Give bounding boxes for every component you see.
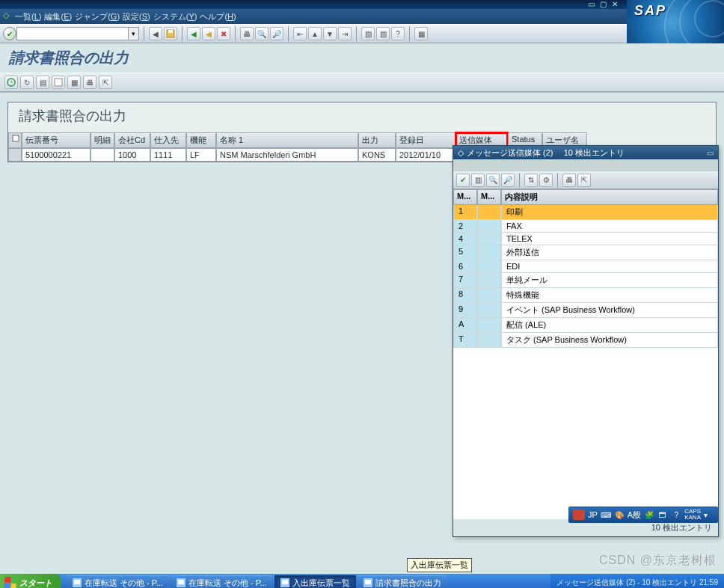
save-button[interactable] [164,27,177,40]
find-next-button[interactable]: 🔎 [270,27,283,40]
popup-row[interactable]: 9イベント (SAP Business Workflow) [453,303,718,318]
col-vendor[interactable]: 仕入先 [150,132,186,148]
system-tray[interactable]: メッセージ送信媒体 (2) - 10 検出エントリ 21:59 [550,574,724,588]
display-button[interactable]: ▤ [36,76,49,89]
print-app-button[interactable]: 🖶 [83,76,96,89]
popup-row[interactable]: Tタスク (SAP Business Workflow) [453,333,718,348]
shortcut-button[interactable]: ▨ [376,27,390,40]
window-controls[interactable]: ▭ ▢ ✕ [588,0,619,8]
cell-func[interactable]: LF [186,148,216,162]
popup-row[interactable]: 5外部送信 [453,245,718,260]
taskbar-task[interactable]: 入出庫伝票一覧 [274,575,356,588]
detail-button[interactable]: ▦ [67,76,81,89]
menu-system[interactable]: システム(Y) [153,11,197,22]
cell-output[interactable]: KONS [358,148,396,162]
col-detail[interactable]: 明細 [90,132,114,148]
popup-row[interactable]: 6EDI [453,260,718,273]
popup-col-key[interactable]: M... [453,189,477,205]
popup-titlebar[interactable]: ◇メッセージ送信媒体 (2) 10 検出エントリ ▭ [453,146,718,159]
value-help-popup[interactable]: ◇メッセージ送信媒体 (2) 10 検出エントリ ▭ ✔ ▥ 🔍 🔎 ⇅ ⚙ 🖶… [452,145,719,537]
col-company[interactable]: 会社Cd [114,132,150,148]
popup-tech-button[interactable]: ⚙ [539,174,553,187]
taskbar-task[interactable]: 在庫転送 その他 - P... [171,575,273,588]
popup-row[interactable]: A配信 (ALE) [453,318,718,333]
prev-page-button[interactable]: ▲ [308,27,322,40]
popup-print-button[interactable]: 🖶 [562,174,576,187]
popup-row[interactable]: 8特殊機能 [453,288,718,303]
print-button[interactable]: 🖶 [240,27,254,40]
popup-sort-button[interactable]: ⇅ [524,174,538,187]
nav-exit-button[interactable]: ◀ [202,27,215,40]
menu-help[interactable]: ヘルプ(H) [200,11,236,22]
cell-vendor[interactable]: 1111 [150,148,186,162]
popup-cell-m [477,318,501,333]
popup-restrict-button[interactable]: ▥ [471,174,485,187]
row-select[interactable] [8,148,22,162]
popup-cell-m [477,220,501,233]
taskbar-task[interactable]: 請求書照合の出力 [358,575,447,588]
find-button[interactable]: 🔍 [255,27,269,40]
ime-lang-indicator[interactable] [573,509,585,520]
next-page-button[interactable]: ▼ [323,27,337,40]
okcode-dropdown[interactable]: ▾ [129,27,139,40]
nav-back-button[interactable]: ◀ [187,27,200,40]
col-output[interactable]: 出力 [358,132,396,148]
ime-kbd-icon[interactable]: ⌨ [601,509,611,520]
cell-company[interactable]: 1000 [114,148,150,162]
menu-settings[interactable]: 設定(S) [123,11,150,22]
popup-grid-body[interactable]: 1印刷2FAX4TELEX5外部送信6EDI7単純メール8特殊機能9イベント (… [453,205,718,519]
enter-button[interactable] [3,27,16,40]
popup-row[interactable]: 2FAX [453,220,718,233]
col-date[interactable]: 登録日 [396,132,455,148]
start-button[interactable]: スタート [0,574,61,588]
select-button[interactable] [52,76,65,89]
taskbar-task[interactable]: 在庫転送 その他 - P... [67,575,169,588]
ime-mode[interactable]: A般 [628,509,641,521]
nav-cancel-button[interactable]: ✖ [217,27,230,40]
help-f1-button[interactable]: ? [391,27,405,40]
svg-rect-4 [13,135,19,141]
col-docno[interactable]: 伝票番号 [22,132,90,148]
last-page-button[interactable]: ⇥ [338,27,352,40]
menubar[interactable]: ◇ 一覧(L) 編集(E) ジャンプ(G) 設定(S) システム(Y) ヘルプ(… [0,9,724,24]
ime-bar[interactable]: JP ⌨ 🎨 A般 🧩 🗔 ? CAPSKANA ▾ [568,506,718,523]
execute-button[interactable] [4,76,18,89]
popup-row[interactable]: 7単純メール [453,273,718,288]
ime-opt-icon[interactable]: 🗔 [657,509,668,520]
export-button[interactable]: ⇱ [99,76,112,89]
back-button[interactable]: ◀ [149,27,162,40]
first-page-button[interactable]: ⇤ [293,27,307,40]
tooltip: 入出庫伝票一覧 [407,558,472,572]
menu-edit[interactable]: 編集(E) [44,11,72,22]
popup-col-desc[interactable]: 内容説明 [501,189,718,205]
menu-goto[interactable]: ジャンプ(G) [75,11,120,22]
cell-date[interactable]: 2012/01/10 [396,148,455,162]
popup-tabs[interactable] [453,159,718,171]
col-name[interactable]: 名称 1 [216,132,358,148]
refresh-button[interactable]: ↻ [20,76,34,89]
popup-export-button[interactable]: ⇱ [577,174,591,187]
okcode-input[interactable] [16,27,129,40]
svg-rect-8 [178,580,184,584]
popup-accept-button[interactable]: ✔ [456,174,470,187]
layout-button[interactable]: ▦ [414,27,428,40]
popup-close-icon[interactable]: ▭ [707,149,714,157]
ime-help-icon[interactable]: ? [671,509,681,520]
cell-name[interactable]: NSM Marschfelden GmbH [216,148,358,162]
popup-find-button[interactable]: 🔍 [486,174,500,187]
popup-row[interactable]: 1印刷 [453,205,718,220]
cell-docno[interactable]: 5100000221 [22,148,90,162]
ime-pad-icon[interactable]: 🧩 [644,509,654,520]
svg-rect-3 [55,79,62,86]
popup-row[interactable]: 4TELEX [453,233,718,245]
new-session-button[interactable]: ▧ [361,27,375,40]
col-select[interactable] [8,132,22,148]
popup-findnext-button[interactable]: 🔎 [501,174,515,187]
col-func[interactable]: 機能 [186,132,216,148]
ime-expand-icon[interactable]: ▾ [704,511,708,519]
taskbar[interactable]: スタート 在庫転送 その他 - P...在庫転送 その他 - P...入出庫伝票… [0,574,724,588]
ime-tool-icon[interactable]: 🎨 [614,509,625,520]
cell-detail[interactable] [90,148,114,162]
popup-col-m[interactable]: M... [477,189,501,205]
menu-list[interactable]: 一覧(L) [15,11,41,22]
